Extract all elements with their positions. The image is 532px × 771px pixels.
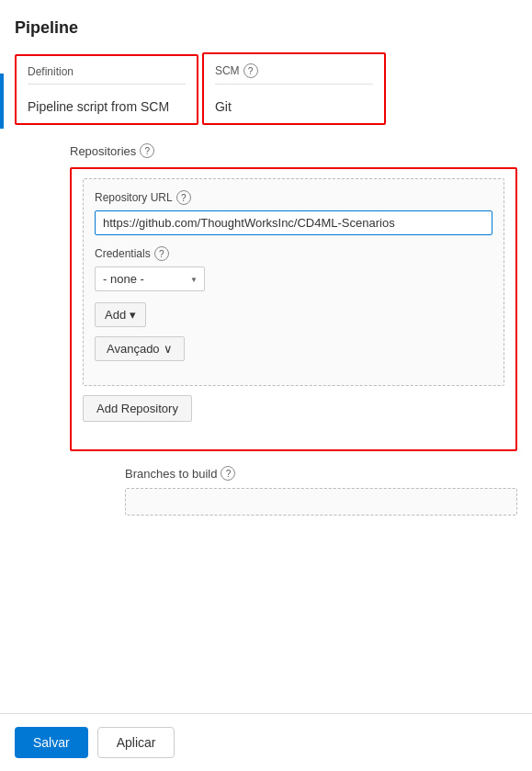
scm-section: SCM ? Git (202, 52, 386, 125)
credentials-help-icon[interactable]: ? (154, 246, 169, 261)
scm-help-icon[interactable]: ? (243, 63, 258, 78)
repositories-help-icon[interactable]: ? (140, 143, 154, 158)
repository-url-label: Repository URL ? (95, 190, 492, 205)
definition-value: Pipeline script from SCM (28, 99, 186, 114)
avancado-dropdown-icon: ∨ (164, 342, 173, 356)
definition-section: Definition Pipeline script from SCM (15, 54, 198, 125)
scm-value: Git (215, 99, 373, 114)
add-repository-button[interactable]: Add Repository (83, 395, 192, 422)
scm-label: SCM ? (215, 63, 373, 78)
repository-url-section: Repository URL ? Credentials ? - none - (70, 167, 517, 451)
add-button-row: Add ▾ (95, 302, 492, 327)
repository-url-help-icon[interactable]: ? (176, 190, 191, 205)
aplicar-button[interactable]: Aplicar (97, 727, 175, 758)
add-button[interactable]: Add ▾ (95, 302, 146, 327)
repository-url-input[interactable] (95, 210, 492, 235)
branches-to-build-label: Branches to build ? (125, 466, 517, 481)
page-title: Pipeline (15, 18, 517, 38)
avancado-button[interactable]: Avançado ∨ (95, 336, 185, 361)
repository-url-field-row: Repository URL ? (95, 190, 492, 235)
credentials-select[interactable]: - none - (95, 266, 205, 291)
credentials-label: Credentials ? (95, 246, 492, 261)
add-dropdown-icon: ▾ (130, 308, 136, 322)
avancado-button-row: Avançado ∨ (95, 336, 492, 374)
branches-help-icon[interactable]: ? (221, 466, 235, 481)
credentials-select-wrapper: - none - (95, 266, 205, 291)
salvar-button[interactable]: Salvar (15, 727, 88, 758)
definition-label: Definition (28, 65, 186, 78)
bottom-action-bar: Salvar Aplicar (0, 713, 532, 771)
repo-dashed-container: Repository URL ? Credentials ? - none - (83, 178, 504, 386)
branches-dashed-area (125, 488, 517, 516)
repositories-label: Repositories ? (70, 143, 517, 158)
repositories-section: Repositories ? Repository URL ? Credenti… (70, 143, 517, 516)
credentials-field-row: Credentials ? - none - (95, 246, 492, 291)
branches-to-build-section: Branches to build ? (125, 466, 517, 516)
left-accent-bar (0, 74, 4, 129)
